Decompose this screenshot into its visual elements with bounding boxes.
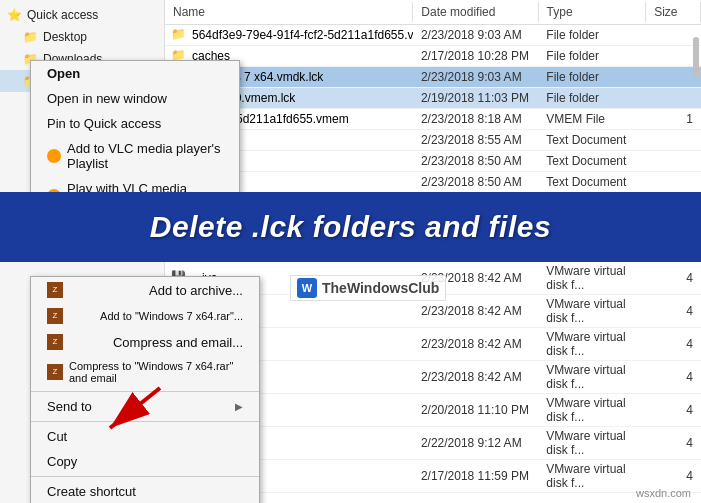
- svg-line-1: [110, 388, 160, 428]
- submenu-arrow-icon: ▶: [235, 401, 243, 412]
- ctx-add-rar[interactable]: Z Add to "Windows 7 x64.rar"...: [31, 303, 259, 329]
- file-list-header: Name Date modified Type Size: [165, 0, 701, 25]
- zip-icon: Z: [47, 308, 63, 324]
- vlc-icon: [47, 149, 61, 163]
- zip-icon: Z: [47, 334, 63, 350]
- zip-icon: Z: [47, 282, 63, 298]
- wsxdn-label: wsxdn.com: [636, 487, 691, 499]
- header-size[interactable]: Size: [646, 2, 701, 22]
- ctx-open-new-window[interactable]: Open in new window: [31, 86, 239, 111]
- ctx-open[interactable]: Open: [31, 61, 239, 86]
- file-row[interactable]: 📁 ...9c2330.vmem.lck 2/19/2018 11:03 PM …: [165, 88, 701, 109]
- ctx-pin-quick-access[interactable]: Pin to Quick access: [31, 111, 239, 136]
- header-type[interactable]: Type: [539, 2, 647, 22]
- watermark: W TheWindowsClub: [290, 275, 446, 301]
- file-row[interactable]: 📝 ... 2/23/2018 8:55 AM Text Document: [165, 130, 701, 151]
- banner-text: Delete .lck folders and files: [150, 210, 551, 244]
- sidebar-item-desktop[interactable]: 📁 Desktop: [0, 26, 164, 48]
- file-row[interactable]: 📁 Windows 7 x64.vmdk.lck 2/23/2018 9:03 …: [165, 67, 701, 88]
- header-name[interactable]: Name: [165, 2, 413, 22]
- blue-banner: Delete .lck folders and files: [0, 192, 701, 262]
- folder-icon: 📁: [171, 27, 187, 43]
- file-row[interactable]: 📝 ... 2/23/2018 8:50 AM Text Document: [165, 172, 701, 193]
- scrollbar[interactable]: [693, 37, 699, 77]
- file-row[interactable]: 📁 564df3e9-79e4-91f4-fcf2-5d211a1fd655.v…: [165, 25, 701, 46]
- ctx-compress-email[interactable]: Z Compress and email...: [31, 329, 259, 355]
- file-row[interactable]: 📄 ...4-fcf2-5d211a1fd655.vmem 2/23/2018 …: [165, 109, 701, 130]
- ctx-separator: [31, 476, 259, 477]
- red-arrow: [90, 383, 170, 443]
- sidebar-item-quick-access[interactable]: ⭐ Quick access: [0, 4, 164, 26]
- file-row[interactable]: 📁 caches 2/17/2018 10:28 PM File folder: [165, 46, 701, 67]
- ctx-create-shortcut[interactable]: Create shortcut: [31, 479, 259, 503]
- header-date[interactable]: Date modified: [413, 2, 538, 22]
- desktop-folder-icon: 📁: [22, 29, 38, 45]
- ctx-add-archive[interactable]: Z Add to archive...: [31, 277, 259, 303]
- file-row[interactable]: 📝 ... 2/23/2018 8:50 AM Text Document: [165, 151, 701, 172]
- file-name-cell: 📁 564df3e9-79e4-91f4-fcf2-5d211a1fd655.v…: [165, 27, 413, 43]
- star-icon: ⭐: [6, 7, 22, 23]
- ctx-add-vlc-playlist[interactable]: Add to VLC media player's Playlist: [31, 136, 239, 176]
- zip-icon: Z: [47, 364, 63, 380]
- watermark-icon: W: [297, 278, 317, 298]
- ctx-copy[interactable]: Copy: [31, 449, 259, 474]
